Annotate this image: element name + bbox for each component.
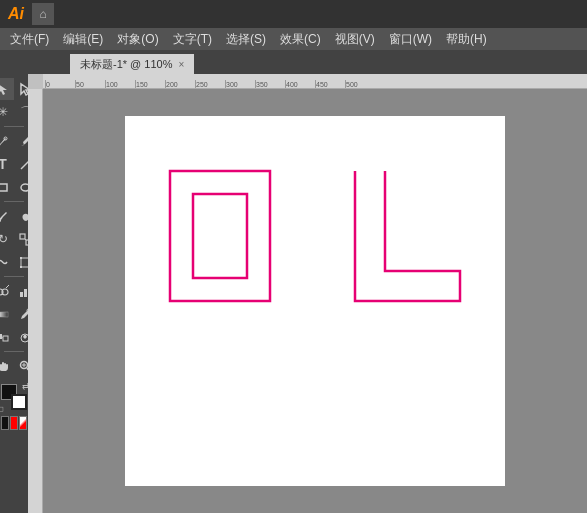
menu-text[interactable]: 文字(T) bbox=[167, 28, 218, 50]
canvas-scroll-area[interactable] bbox=[43, 89, 587, 513]
blob-brush-icon bbox=[19, 210, 28, 223]
free-transform-icon bbox=[19, 256, 28, 269]
ruler-ticks-horizontal: 0 50 100 150 200 250 300 350 400 450 500 bbox=[43, 74, 375, 88]
tab-close-button[interactable]: × bbox=[178, 59, 184, 70]
tool-separator-3 bbox=[4, 276, 24, 277]
svg-rect-4 bbox=[0, 184, 7, 191]
line-tool[interactable] bbox=[15, 153, 29, 175]
document-tab[interactable]: 未标题-1* @ 110% × bbox=[70, 54, 194, 74]
tick-400: 400 bbox=[285, 80, 315, 88]
menu-help[interactable]: 帮助(H) bbox=[440, 28, 493, 50]
red-swatch[interactable] bbox=[10, 416, 18, 430]
ruler-top: 0 50 100 150 200 250 300 350 400 450 500 bbox=[43, 74, 587, 89]
selection-tool[interactable] bbox=[0, 78, 14, 100]
svg-rect-24 bbox=[3, 336, 8, 341]
left-toolbar: ✳ ⌒ T bbox=[0, 74, 28, 513]
tool-group-warp bbox=[0, 251, 28, 273]
tab-label: 未标题-1* @ 110% bbox=[80, 57, 172, 72]
tool-group-nav bbox=[0, 355, 28, 377]
blend-tool[interactable] bbox=[0, 326, 14, 348]
rotate-icon: ↻ bbox=[0, 233, 8, 245]
letter-o-shape bbox=[165, 166, 275, 306]
free-transform-tool[interactable] bbox=[15, 251, 29, 273]
zoom-icon bbox=[19, 360, 28, 373]
letter-l-shape bbox=[345, 166, 465, 306]
svg-line-9 bbox=[25, 239, 26, 240]
warp-tool[interactable] bbox=[0, 251, 14, 273]
color-mode-row bbox=[1, 416, 27, 430]
tool-group-transform: ↻ bbox=[0, 228, 28, 250]
type-tool[interactable]: T bbox=[0, 153, 14, 175]
menu-file[interactable]: 文件(F) bbox=[4, 28, 55, 50]
pencil-tool-icon bbox=[19, 135, 28, 148]
hand-tool[interactable] bbox=[0, 355, 14, 377]
tick-250: 250 bbox=[195, 80, 225, 88]
artboard bbox=[125, 116, 505, 486]
tool-group-shape bbox=[0, 176, 28, 198]
tool-group-select bbox=[0, 78, 28, 100]
blend-icon bbox=[0, 331, 9, 344]
svg-rect-32 bbox=[193, 194, 247, 278]
rotate-tool[interactable]: ↻ bbox=[0, 228, 14, 250]
shape-builder-tool[interactable] bbox=[0, 280, 14, 302]
lasso-tool[interactable]: ⌒ bbox=[15, 101, 29, 123]
tool-separator-2 bbox=[4, 201, 24, 202]
svg-rect-31 bbox=[170, 171, 270, 301]
menu-view[interactable]: 视图(V) bbox=[329, 28, 381, 50]
scale-tool[interactable] bbox=[15, 228, 29, 250]
blob-brush-tool[interactable] bbox=[15, 205, 29, 227]
tick-0: 0 bbox=[45, 80, 75, 88]
eyedropper-tool[interactable] bbox=[15, 303, 29, 325]
shape-builder-icon bbox=[0, 285, 9, 298]
ellipse-tool[interactable] bbox=[15, 176, 29, 198]
hand-icon bbox=[0, 360, 9, 373]
paintbrush-icon bbox=[0, 210, 9, 223]
color-display-area: ⇄ ◻ bbox=[1, 384, 27, 430]
chart-tool[interactable] bbox=[15, 280, 29, 302]
svg-rect-7 bbox=[20, 234, 25, 239]
svg-marker-0 bbox=[0, 84, 7, 95]
menu-edit[interactable]: 编辑(E) bbox=[57, 28, 109, 50]
tick-200: 200 bbox=[165, 80, 195, 88]
svg-rect-19 bbox=[24, 289, 27, 297]
home-icon: ⌂ bbox=[39, 7, 46, 21]
tick-50: 50 bbox=[75, 80, 105, 88]
magic-wand-icon: ✳ bbox=[0, 106, 8, 118]
tool-group-brush bbox=[0, 205, 28, 227]
paintbrush-tool[interactable] bbox=[0, 205, 14, 227]
menu-object[interactable]: 对象(O) bbox=[111, 28, 164, 50]
selection-tool-icon bbox=[0, 82, 10, 96]
scale-icon bbox=[19, 233, 28, 246]
symbol-icon bbox=[19, 331, 28, 344]
menu-window[interactable]: 窗口(W) bbox=[383, 28, 438, 50]
direct-selection-tool[interactable] bbox=[15, 78, 29, 100]
ruler-left bbox=[28, 74, 43, 513]
tool-group-gradient bbox=[0, 303, 28, 325]
gradient-tool[interactable] bbox=[0, 303, 14, 325]
svg-rect-13 bbox=[20, 266, 22, 268]
ellipse-tool-icon bbox=[19, 181, 28, 194]
svg-point-5 bbox=[21, 184, 28, 191]
tick-350: 350 bbox=[255, 80, 285, 88]
symbol-tool[interactable] bbox=[15, 326, 29, 348]
canvas-area: 0 50 100 150 200 250 300 350 400 450 500 bbox=[28, 74, 587, 513]
zoom-tool[interactable] bbox=[15, 355, 29, 377]
line-tool-icon bbox=[19, 158, 28, 171]
menu-select[interactable]: 选择(S) bbox=[220, 28, 272, 50]
pencil-tool[interactable] bbox=[15, 130, 29, 152]
gradient-swatch[interactable] bbox=[19, 416, 27, 430]
menu-effect[interactable]: 效果(C) bbox=[274, 28, 327, 50]
default-colors-button[interactable]: ◻ bbox=[0, 405, 4, 413]
solid-color-swatch[interactable] bbox=[1, 416, 9, 430]
ruler-corner bbox=[28, 74, 43, 89]
pen-tool[interactable] bbox=[0, 130, 14, 152]
stroke-box[interactable] bbox=[11, 394, 27, 410]
magic-wand-tool[interactable]: ✳ bbox=[0, 101, 14, 123]
title-bar: Ai ⌂ bbox=[0, 0, 587, 28]
svg-rect-21 bbox=[0, 312, 8, 317]
svg-line-17 bbox=[6, 285, 9, 288]
tool-separator-1 bbox=[4, 126, 24, 127]
tool-group-blend bbox=[0, 326, 28, 348]
rect-tool[interactable] bbox=[0, 176, 14, 198]
home-button[interactable]: ⌂ bbox=[32, 3, 54, 25]
